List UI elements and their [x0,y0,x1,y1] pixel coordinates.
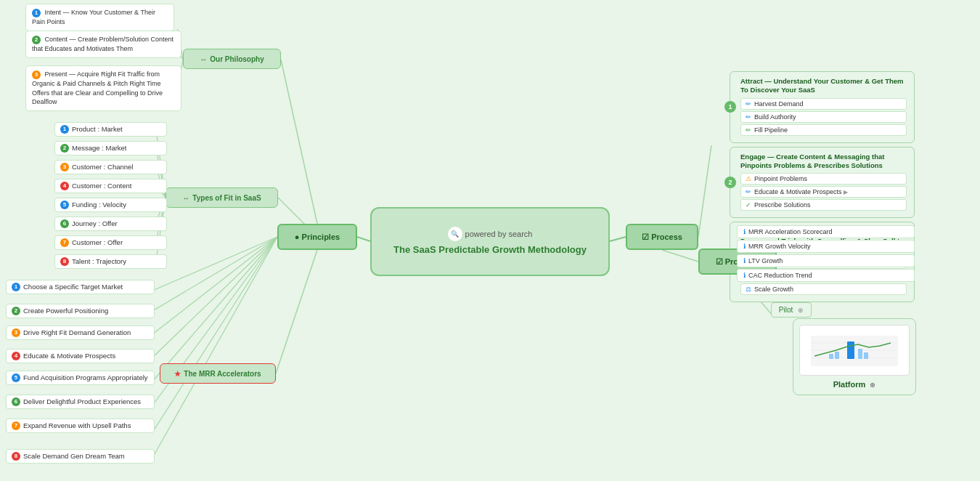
build-authority: ✏ Build Authority [740,111,907,123]
customer-channel-item: 3 Customer : Channel [54,160,167,174]
scale-icon: ⚖ [746,286,751,293]
scale-growth: ⚖ Scale Growth [740,283,907,295]
svg-line-0 [357,237,370,241]
platform-chart [807,328,902,372]
main-title: The SaaS Predictable Growth Methodology [393,244,587,256]
fa-text: Fund Acquisition Programs Appropriately [23,373,148,382]
svg-line-4 [276,250,317,373]
customer-offer-item: 7 Customer : Offer [54,235,167,250]
fill-pipeline: ✏ Fill Pipeline [740,124,907,136]
ltv-icon: ℹ [743,257,746,264]
presc-icon: ✓ [746,201,751,209]
fund-acquisition-item: 5 Fund Acquisition Programs Appropriatel… [6,371,155,385]
ep-icon: 4 [12,352,20,360]
pe-icon: 6 [12,397,20,406]
svg-line-18 [152,237,277,291]
demand-gen-item: 3 Drive Right Fit Demand Generation [6,326,155,340]
svg-rect-37 [835,352,839,359]
process-node[interactable]: ☑ Process [626,224,698,250]
mrr-sc-icon: ℹ [743,228,746,235]
intent-node: 1 Intent — Know Your Customer & Their Pa… [25,4,174,31]
cac-icon: ℹ [743,272,746,279]
svg-line-22 [152,237,277,381]
process-check: ☑ [642,233,649,242]
mrr-icon: ★ [174,370,181,378]
logo-area: 🔍 powered by search [448,227,533,241]
harvest-text: Harvest Demand [754,100,804,108]
engage-title: Engage — Create Content & Messaging that… [740,153,907,171]
pm-text: Product : Market [72,125,123,134]
mrr-vel-icon: ℹ [743,243,746,250]
mm-icon: 2 [60,144,69,153]
scale-team-item: 8 Scale Demand Gen Dream Team [6,449,155,464]
product-experiences-item: 6 Deliver Delightful Product Experiences [6,395,155,409]
pilot-node[interactable]: Pilot ⊕ [771,302,812,318]
present-icon: 3 [32,70,41,79]
attract-num: 1 [724,101,736,113]
journey-offer-item: 6 Journey : Offer [54,217,167,231]
st-text: Scale Demand Gen Dream Team [23,452,125,461]
edu-badge: ▶ [844,189,848,195]
philosophy-icon: ↔ [200,55,207,63]
cct-icon: 4 [60,182,69,190]
platform-box: Platform ⊕ [793,318,916,395]
tt-icon: 8 [60,257,69,266]
engage-items: ⚠ Pinpoint Problems ✏ Educate & Motivate… [740,173,907,211]
svg-rect-35 [847,341,854,359]
fv-text: Funding : Velocity [72,201,126,209]
tm-text: Choose a Specific Target Market [23,283,123,291]
attract-section: 1 Attract — Understand Your Customer & G… [730,71,915,143]
dg-icon: 3 [12,328,20,337]
philosophy-node[interactable]: ↔ Our Philosophy [183,49,281,69]
build-icon: ✏ [746,113,751,121]
svg-rect-39 [864,352,868,359]
platform-label: Platform [833,380,866,389]
mrr-sc-text: MRR Acceleration Scorecard [748,228,833,235]
process-label: Process [651,233,682,241]
principles-label: Principles [302,233,340,241]
mrr-label: The MRR Accelerators [184,370,261,378]
prescribe-solutions: ✓ Prescribe Solutions [740,199,907,211]
mrr-node[interactable]: ★ The MRR Accelerators [160,363,276,384]
pinpoint-text: Pinpoint Problems [754,175,807,182]
attract-items: ✏ Harvest Demand ✏ Build Authority ✏ Fil… [740,98,907,136]
up-text: Expand Revenue with Upsell Paths [23,421,131,430]
intent-icon: 1 [32,9,41,17]
powerful-positioning-item: 2 Create Powerful Positioning [6,304,155,318]
cct-text: Customer : Content [72,182,131,190]
types-label: Types of Fit in SaaS [192,194,261,202]
svg-line-5 [662,250,698,262]
edu-icon: ✏ [746,188,751,195]
fv-icon: 5 [60,201,69,209]
harvest-icon: ✏ [746,100,751,108]
tm-icon: 1 [12,283,20,291]
cac-text: CAC Reduction Trend [748,272,812,279]
pp-text: Create Powerful Positioning [23,307,108,315]
progress-check: ☑ [716,257,723,267]
logo-icon: 🔍 [448,227,462,241]
pp-icon: 2 [12,307,20,315]
intent-text: Intent — Know Your Customer & Their Pain… [32,9,155,25]
mrr-scorecard: ℹ MRR Acceleration Scorecard [737,225,915,238]
present-text: Present — Acquire Right Fit Traffic from… [32,70,163,105]
engage-num: 2 [724,177,736,188]
educate-prospects-item: 4 Educate & Motivate Prospects [6,349,155,363]
svg-line-20 [152,237,277,334]
svg-line-2 [281,60,317,224]
edu-text: Educate & Motivate Prospects [754,188,842,195]
types-node[interactable]: ↔ Types of Fit in SaaS [166,187,278,208]
tt-text: Talent : Trajectory [72,257,126,266]
st-icon: 8 [12,452,20,461]
principles-dot: ● [295,233,300,241]
present-node: 3 Present — Acquire Right Fit Traffic fr… [25,65,181,111]
cac-reduction: ℹ CAC Reduction Trend [737,269,915,282]
principles-node[interactable]: ● Principles [277,224,357,250]
fill-icon: ✏ [746,126,751,134]
svg-line-24 [152,237,277,432]
pe-text: Deliver Delightful Product Experiences [23,397,141,406]
build-text: Build Authority [754,113,796,121]
ep-text: Educate & Motivate Prospects [23,352,115,360]
talent-trajectory-item: 8 Talent : Trajectory [54,254,167,269]
platform-thumbnail [799,325,910,376]
svg-rect-38 [858,349,862,359]
